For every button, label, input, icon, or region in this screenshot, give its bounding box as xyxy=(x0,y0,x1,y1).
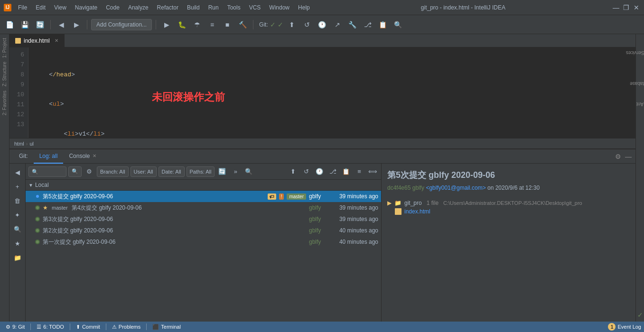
menu-tools[interactable]: Tools xyxy=(224,3,244,12)
menu-run[interactable]: Run xyxy=(205,3,223,12)
git-revert-icon[interactable]: ↺ xyxy=(300,18,314,31)
main-toolbar: 📄 💾 🔄 ◀ ▶ Add Configuration... ▶ 🐛 ☂ ≡ ■… xyxy=(0,15,644,34)
line-num-12: 12 xyxy=(13,110,24,120)
ant-tab[interactable]: Ant xyxy=(634,101,644,108)
detail-file-row[interactable]: index.html xyxy=(387,207,630,216)
database-tab[interactable]: Database xyxy=(627,80,644,87)
window-title: git_pro - index.html - IntelliJ IDEA xyxy=(421,4,505,11)
git-stash-icon[interactable]: 📋 xyxy=(376,18,390,31)
git-merge-icon[interactable]: ⬆ xyxy=(285,18,299,31)
log-align-icon[interactable]: ≡ xyxy=(354,166,365,177)
detail-project-name: git_pro xyxy=(404,200,422,206)
save-icon[interactable]: 💾 xyxy=(18,18,31,31)
stop-icon[interactable]: ■ xyxy=(221,18,234,31)
log-file-icon[interactable]: 📁 xyxy=(12,252,23,263)
breadcrumb-html[interactable]: html xyxy=(14,141,24,147)
menu-build[interactable]: Build xyxy=(183,3,204,12)
menu-edit[interactable]: Edit xyxy=(32,3,49,12)
coverage-icon[interactable]: ☂ xyxy=(190,18,204,31)
git-check2-icon[interactable]: ✓ xyxy=(278,21,283,28)
commit-row-4[interactable]: ★ master 第4次提交 gblfy 2020-09-06 gblfy 39… xyxy=(26,202,381,213)
log-search-icon[interactable]: 🔍 xyxy=(12,223,23,235)
commit-row-3[interactable]: 第3次提交 gblfy 2020-09-06 gblfy 39 minutes … xyxy=(26,213,381,225)
structure-panel-icon[interactable]: Z: Structure xyxy=(1,60,8,88)
back-icon[interactable]: ◀ xyxy=(55,18,68,31)
project-panel-icon[interactable]: 1: Project xyxy=(1,36,8,60)
paths-filter[interactable]: Paths: All xyxy=(187,166,215,177)
menu-view[interactable]: View xyxy=(50,3,70,12)
detail-project-row: ▶ 📁 git_pro 1 file C:\Users\Administrato… xyxy=(387,199,630,207)
debug-icon[interactable]: 🐛 xyxy=(175,18,188,31)
menu-window[interactable]: Window xyxy=(265,3,293,12)
run-icon[interactable]: ▶ xyxy=(160,18,173,31)
green-check-right[interactable]: ✓ xyxy=(637,311,643,319)
rest-services-tab[interactable]: RestServices xyxy=(623,49,644,56)
menu-code[interactable]: Code xyxy=(102,3,123,12)
commit-detail-panel: 第5次提交 gblfy 2020-09-06 dc4f4e65 gblfy <g… xyxy=(382,164,635,322)
new-file-icon[interactable]: 📄 xyxy=(3,18,16,31)
code-content[interactable]: </head> <ul> <li>v1</li> <li>v2</li> <li… xyxy=(28,47,635,138)
git-search-icon[interactable]: 🔍 xyxy=(392,18,405,31)
favorites-panel-icon[interactable]: 2: Favorites xyxy=(1,89,8,117)
title-bar-left: IJ File Edit View Navigate Code Analyze … xyxy=(4,3,314,12)
menu-refactor[interactable]: Refactor xyxy=(153,3,182,12)
log-section-local[interactable]: ▼ Local xyxy=(26,180,381,191)
log-add-branch-icon[interactable]: + xyxy=(12,181,23,192)
log-revert-commit-icon[interactable]: ↺ xyxy=(300,166,312,177)
log-branch-icon[interactable]: ⎇ xyxy=(327,166,338,177)
log-expand-icon[interactable]: ⟺ xyxy=(367,166,378,177)
panel-gear-icon[interactable]: ⚙ xyxy=(615,153,621,160)
log-stash-icon[interactable]: 📋 xyxy=(340,166,352,177)
menu-file[interactable]: File xyxy=(14,3,31,12)
log-text-search-icon[interactable]: 🔍 xyxy=(243,166,254,177)
date-filter[interactable]: Date: All xyxy=(159,166,185,177)
commit-row-5[interactable]: 第5次提交 gblfy 2020-09-06 🏷 ! master gblfy … xyxy=(26,191,381,202)
log-search-input[interactable] xyxy=(28,166,66,177)
git-check-icon[interactable]: ✓ xyxy=(270,21,276,28)
close-button[interactable]: ✕ xyxy=(634,4,640,11)
commit-author-5: gblfy xyxy=(309,193,328,200)
commit-row-2[interactable]: 第2次提交 gblfy 2020-09-06 gblfy 40 minutes … xyxy=(26,225,381,236)
commit-row-1[interactable]: 第一次提交 gblfy 2020-09-06 gblfy 40 minutes … xyxy=(26,236,381,248)
panel-tab-console[interactable]: Console ✕ xyxy=(63,149,102,164)
master-label: master xyxy=(52,205,68,211)
commit-dot-2 xyxy=(35,228,40,233)
git-settings-icon[interactable]: 🔧 xyxy=(346,18,359,31)
log-bookmark-icon[interactable]: ★ xyxy=(12,238,23,249)
panel-tab-log[interactable]: Log: all xyxy=(34,149,64,164)
sync-icon[interactable]: 🔄 xyxy=(33,18,47,31)
breadcrumb: html › ul xyxy=(9,138,635,148)
log-checkout-icon[interactable]: ✦ xyxy=(12,209,23,221)
git-history-icon[interactable]: 🕐 xyxy=(316,18,329,31)
maximize-button[interactable]: ❐ xyxy=(623,4,630,11)
user-filter[interactable]: User: All xyxy=(131,166,157,177)
log-nav-back-icon[interactable]: ◀ xyxy=(12,166,23,178)
minimize-button[interactable]: — xyxy=(613,4,619,11)
menu-help[interactable]: Help xyxy=(294,3,314,12)
log-refresh-icon[interactable]: 🔄 xyxy=(216,166,228,177)
branch-filter[interactable]: Branch: All xyxy=(97,166,129,177)
forward-icon[interactable]: ▶ xyxy=(70,18,83,31)
toolbar-sep2 xyxy=(87,20,87,29)
log-delete-icon[interactable]: 🗑 xyxy=(12,195,23,206)
panel-tab-git[interactable]: Git: xyxy=(13,149,34,164)
log-settings-icon[interactable]: ⚙ xyxy=(84,166,95,177)
git-push-icon[interactable]: ↗ xyxy=(331,18,344,31)
menu-analyze[interactable]: Analyze xyxy=(124,3,152,12)
log-reset-icon[interactable]: 🕐 xyxy=(314,166,325,177)
build-icon[interactable]: 🔨 xyxy=(236,18,249,31)
editor-tab-index-html[interactable]: index.html ✕ xyxy=(9,34,65,47)
menu-vcs[interactable]: VCS xyxy=(245,3,265,12)
log-toolbar: 🔍 ⚙ Branch: All User: All Date: All Path… xyxy=(26,164,381,180)
add-configuration-button[interactable]: Add Configuration... xyxy=(91,19,152,30)
menu-navigate[interactable]: Navigate xyxy=(71,3,101,12)
log-cherry-pick-icon[interactable]: ⬆ xyxy=(287,166,299,177)
profile-icon[interactable]: ≡ xyxy=(205,18,219,31)
tab-close-button[interactable]: ✕ xyxy=(55,38,58,43)
panel-minimize-icon[interactable]: — xyxy=(625,153,632,160)
breadcrumb-ul[interactable]: ul xyxy=(29,141,34,147)
log-search-with-icon[interactable]: 🔍 xyxy=(68,166,82,177)
git-branch-icon[interactable]: ⎇ xyxy=(361,18,374,31)
log-more-icon[interactable]: » xyxy=(230,166,241,177)
console-tab-close[interactable]: ✕ xyxy=(93,153,96,158)
